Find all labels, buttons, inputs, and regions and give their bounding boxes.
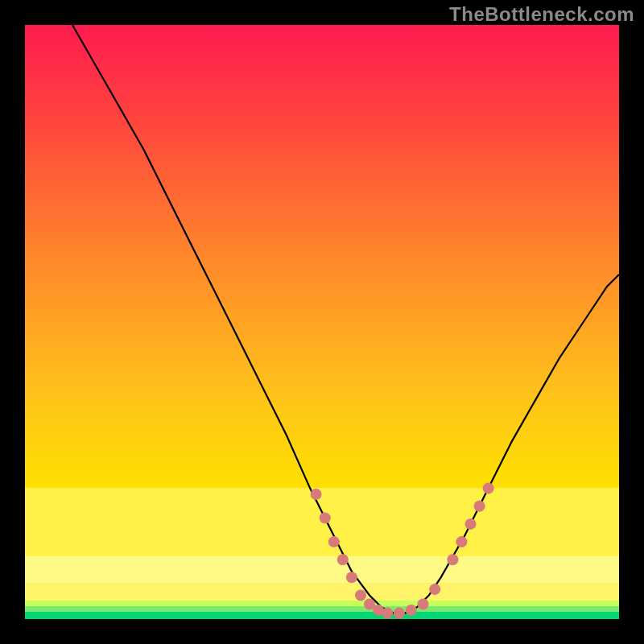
- chart-svg: [25, 25, 619, 619]
- marker-dot: [311, 489, 322, 500]
- marker-dot: [382, 608, 393, 619]
- marker-dot: [483, 483, 494, 494]
- marker-dot: [465, 518, 477, 530]
- marker-dot: [320, 513, 331, 524]
- chart-frame: TheBottleneck.com: [0, 0, 644, 644]
- green-strip-3: [25, 612, 619, 619]
- marker-dot: [447, 554, 458, 565]
- marker-dot: [456, 536, 467, 547]
- marker-dot: [474, 501, 485, 512]
- green-strip-2: [25, 606, 619, 612]
- plot-area: [25, 25, 619, 619]
- marker-dot: [355, 590, 366, 601]
- marker-dot: [346, 572, 357, 583]
- marker-dot: [418, 599, 429, 610]
- marker-dot: [429, 584, 440, 595]
- watermark-text: TheBottleneck.com: [449, 3, 634, 26]
- green-strip-1: [25, 601, 619, 606]
- highlight-band-lower: [25, 556, 619, 601]
- marker-dot: [337, 554, 349, 565]
- marker-dot: [406, 605, 417, 616]
- marker-dot: [328, 536, 340, 547]
- marker-dot: [394, 608, 405, 619]
